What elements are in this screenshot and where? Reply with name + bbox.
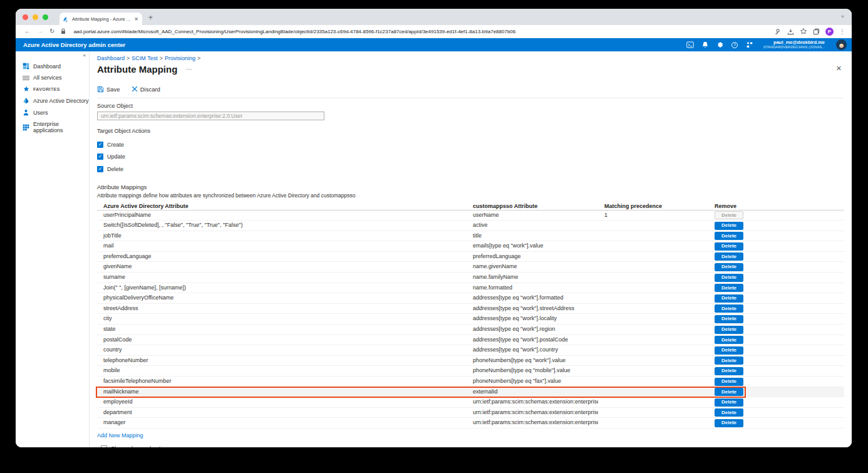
checkbox-icon[interactable]: ✓ <box>97 153 103 160</box>
show-advanced-options[interactable]: Show advanced options <box>101 445 843 447</box>
target-attribute[interactable]: addresses[type eq "work"].postalCode <box>473 335 598 345</box>
delete-button[interactable]: Delete <box>715 336 743 344</box>
save-button[interactable]: Save <box>97 86 120 93</box>
target-attribute[interactable]: phoneNumbers[type eq "mobile"].value <box>473 366 598 376</box>
source-attribute[interactable]: facsimileTelephoneNumber <box>103 377 454 387</box>
target-attribute[interactable]: name.formatted <box>473 283 598 293</box>
target-attribute[interactable]: active <box>473 221 598 231</box>
delete-button[interactable]: Delete <box>715 408 743 417</box>
sidebar-item-users[interactable]: Users <box>16 107 89 118</box>
close-window-button[interactable] <box>23 14 28 20</box>
reload-icon[interactable]: ↻ <box>49 28 54 34</box>
target-attribute[interactable]: urn:ietf:params:scim:schemas:extension:e… <box>473 418 598 428</box>
breadcrumb-link[interactable]: SCIM Test <box>132 55 157 61</box>
help-icon[interactable]: ? <box>731 42 738 48</box>
checkbox-icon[interactable]: ✓ <box>97 166 103 172</box>
add-new-mapping-link[interactable]: Add New Mapping <box>97 432 143 439</box>
gear-icon[interactable] <box>716 41 723 48</box>
source-attribute[interactable]: jobTitle <box>103 231 454 241</box>
download-icon[interactable] <box>787 28 794 35</box>
target-attribute[interactable]: phoneNumbers[type eq "fax"].value <box>473 377 598 387</box>
sidebar-item-dashboard[interactable]: Dashboard <box>16 60 89 72</box>
delete-button[interactable]: Delete <box>715 242 743 251</box>
delete-button[interactable]: Delete <box>715 398 743 407</box>
sidebar-item-enterprise-applications[interactable]: Enterprise applications <box>16 118 89 136</box>
delete-button[interactable]: Delete <box>715 315 743 323</box>
source-attribute[interactable]: preferredLanguage <box>103 252 454 262</box>
action-checkbox-delete[interactable]: ✓Delete <box>97 163 843 175</box>
zoom-window-button[interactable] <box>43 14 48 20</box>
breadcrumb-link[interactable]: Dashboard <box>97 55 125 61</box>
action-checkbox-update[interactable]: ✓Update <box>97 151 843 164</box>
delete-button[interactable]: Delete <box>715 304 743 313</box>
target-attribute[interactable]: addresses[type eq "work"].region <box>473 325 598 335</box>
delete-button[interactable]: Delete <box>715 222 743 230</box>
source-attribute[interactable]: department <box>103 408 454 418</box>
url-input[interactable]: aad.portal.azure.com/#blade/Microsoft_AA… <box>73 29 768 34</box>
action-checkbox-create[interactable]: ✓Create <box>97 138 843 151</box>
delete-button[interactable]: Delete <box>715 263 743 271</box>
key-icon[interactable] <box>775 28 782 35</box>
target-attribute[interactable]: emails[type eq "work"].value <box>473 241 598 251</box>
source-attribute[interactable]: streetAddress <box>103 304 454 314</box>
tab-close-icon[interactable]: ✕ <box>134 16 138 22</box>
source-attribute[interactable]: country <box>103 345 454 355</box>
title-context-menu-icon[interactable]: ⋯ <box>186 66 193 73</box>
target-attribute[interactable]: urn:ietf:params:scim:schemas:extension:e… <box>473 397 598 407</box>
target-attribute[interactable]: addresses[type eq "work"].locality <box>473 314 598 324</box>
source-attribute[interactable]: city <box>103 314 454 324</box>
source-attribute[interactable]: manager <box>103 418 454 428</box>
delete-button[interactable]: Delete <box>715 419 743 427</box>
back-icon[interactable]: ← <box>24 28 31 34</box>
target-attribute[interactable]: addresses[type eq "work"].streetAddress <box>473 304 598 314</box>
source-object-input[interactable] <box>97 112 324 120</box>
source-attribute[interactable]: Switch([IsSoftDeleted], , "False", "True… <box>103 221 454 231</box>
menu-dots-icon[interactable]: ⋮ <box>839 28 845 35</box>
forward-icon[interactable]: → <box>37 28 43 34</box>
target-attribute[interactable]: userName <box>473 211 598 221</box>
source-attribute[interactable]: physicalDeliveryOfficeName <box>103 293 454 303</box>
delete-button[interactable]: Delete <box>715 326 743 334</box>
delete-button[interactable]: Delete <box>715 284 743 292</box>
target-attribute[interactable]: preferredLanguage <box>473 252 598 262</box>
target-attribute[interactable]: urn:ietf:params:scim:schemas:extension:e… <box>473 408 598 418</box>
delete-button[interactable]: Delete <box>715 346 743 355</box>
delete-button[interactable]: Delete <box>715 367 743 375</box>
discard-button[interactable]: Discard <box>132 86 160 93</box>
feedback-icon[interactable] <box>746 41 753 48</box>
source-attribute[interactable]: employeeId <box>103 397 454 407</box>
star-icon[interactable] <box>800 28 807 35</box>
delete-button[interactable]: Delete <box>715 388 743 396</box>
target-attribute[interactable]: addresses[type eq "work"].country <box>473 345 598 355</box>
source-attribute[interactable]: telephoneNumber <box>103 356 454 366</box>
blade-close-icon[interactable]: ✕ <box>836 65 842 73</box>
sidebar-item-azure-active-directory[interactable]: Azure Active Directory <box>16 95 89 107</box>
checkbox-icon[interactable]: ✓ <box>97 142 103 148</box>
source-attribute[interactable]: Join(" ", [givenName], [surname]) <box>103 283 454 293</box>
target-attribute[interactable]: name.givenName <box>473 262 598 272</box>
source-attribute[interactable]: mail <box>103 241 454 251</box>
delete-button[interactable]: Delete <box>715 211 743 219</box>
cloud-shell-icon[interactable] <box>686 41 694 48</box>
bell-icon[interactable] <box>702 41 708 48</box>
browser-profile-avatar[interactable]: P <box>825 28 834 36</box>
breadcrumb-link[interactable]: Provisioning <box>165 55 195 61</box>
portal-title[interactable]: Azure Active Directory admin center <box>23 41 125 48</box>
delete-button[interactable]: Delete <box>715 294 743 303</box>
target-attribute[interactable]: phoneNumbers[type eq "work"].value <box>473 356 598 366</box>
target-attribute[interactable]: name.familyName <box>473 273 598 283</box>
source-attribute[interactable]: postalCode <box>103 335 454 345</box>
new-tab-button[interactable]: + <box>148 13 153 22</box>
sidebar-item-all-services[interactable]: All services <box>16 72 89 83</box>
delete-button[interactable]: Delete <box>715 378 743 386</box>
source-attribute[interactable]: state <box>103 325 454 335</box>
source-attribute[interactable]: mobile <box>103 366 454 376</box>
delete-button[interactable]: Delete <box>715 274 743 282</box>
delete-button[interactable]: Delete <box>715 232 743 240</box>
source-attribute[interactable]: givenName <box>103 262 454 272</box>
minimize-window-button[interactable] <box>33 14 38 20</box>
user-info[interactable]: paul_me@deskbird.me STANDARDVERZEICHNIS … <box>763 40 825 49</box>
show-advanced-checkbox[interactable] <box>101 445 107 447</box>
browser-tab[interactable]: Attribute Mapping - Azure Acti ✕ <box>59 13 142 25</box>
source-attribute[interactable]: mailNickname <box>103 387 454 397</box>
